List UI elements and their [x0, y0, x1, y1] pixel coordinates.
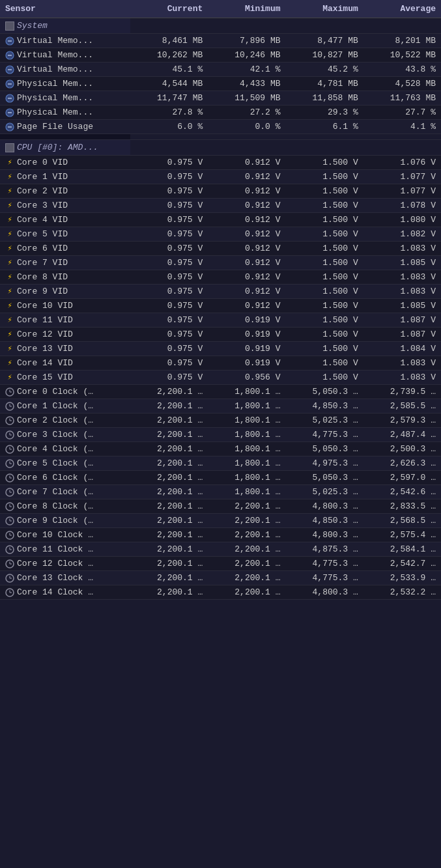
current-value: 2,200.1 …	[130, 385, 208, 399]
minimum-value: 0.912 V	[208, 270, 285, 285]
current-value: 2,200.1 …	[130, 542, 208, 557]
minimum-value: 1,800.1 …	[208, 399, 285, 413]
current-value: 0.975 V	[130, 356, 208, 371]
maximum-value: 11,858 MB	[286, 91, 363, 105]
sensor-name: Core 1 Clock (…	[17, 401, 93, 411]
sensor-cell: Virtual Memo...	[0, 48, 130, 63]
sensor-cell: ⚡ Core 2 VID	[0, 184, 130, 199]
clock-icon	[5, 545, 14, 554]
maximum-value: 5,050.3 …	[286, 442, 363, 456]
sensor-name: Core 6 VID	[17, 244, 68, 253]
average-value: 2,542.7 …	[363, 557, 441, 571]
maximum-value: 6.1 %	[286, 120, 363, 134]
table-row: Physical Mem... 11,747 MB 11,509 MB 11,8…	[0, 91, 441, 105]
average-value: 1.082 V	[363, 227, 441, 242]
current-value: 0.975 V	[130, 170, 208, 184]
clock-icon	[5, 559, 14, 568]
table-row: Core 1 Clock (… 2,200.1 … 1,800.1 … 4,85…	[0, 399, 441, 413]
table-row: ⚡ Core 10 VID 0.975 V 0.912 V 1.500 V 1.…	[0, 299, 441, 313]
current-value: 0.975 V	[130, 156, 208, 170]
minus-circle-icon	[5, 94, 14, 103]
average-value: 1.078 V	[363, 199, 441, 213]
bolt-icon: ⚡	[5, 215, 14, 225]
clock-icon	[5, 588, 14, 597]
minimum-value: 0.0 %	[208, 120, 285, 134]
current-value: 8,461 MB	[130, 34, 208, 48]
average-value: 1.084 V	[363, 342, 441, 356]
sensor-name: Core 3 Clock (…	[17, 430, 93, 440]
table-row: ⚡ Core 7 VID 0.975 V 0.912 V 1.500 V 1.0…	[0, 256, 441, 270]
clock-icon	[5, 574, 14, 583]
maximum-value: 4,775.3 …	[286, 428, 363, 442]
average-value: 2,500.3 …	[363, 442, 441, 456]
current-value: 2,200.1 …	[130, 485, 208, 499]
sensor-name: Core 9 VID	[17, 287, 68, 296]
table-row: Core 5 Clock (… 2,200.1 … 1,800.1 … 4,97…	[0, 456, 441, 471]
minimum-value: 2,200.1 …	[208, 542, 285, 557]
sensor-name: Core 5 VID	[17, 229, 68, 239]
current-value: 0.975 V	[130, 270, 208, 285]
sensor-cell: Core 13 Clock …	[0, 571, 130, 585]
sensor-cell: ⚡ Core 7 VID	[0, 256, 130, 270]
current-value: 0.975 V	[130, 199, 208, 213]
sensor-cell: Core 1 Clock (…	[0, 399, 130, 413]
table-row: ⚡ Core 11 VID 0.975 V 0.919 V 1.500 V 1.…	[0, 313, 441, 328]
sensor-cell: Core 6 Clock (…	[0, 471, 130, 485]
maximum-value: 1.500 V	[286, 213, 363, 227]
current-value: 0.975 V	[130, 184, 208, 199]
current-value: 2,200.1 …	[130, 413, 208, 428]
current-value: 0.975 V	[130, 371, 208, 385]
table-row: Core 3 Clock (… 2,200.1 … 1,800.1 … 4,77…	[0, 428, 441, 442]
bolt-icon: ⚡	[5, 201, 14, 210]
average-value: 1.080 V	[363, 213, 441, 227]
current-value: 2,200.1 …	[130, 471, 208, 485]
sensor-cell: Core 12 Clock …	[0, 557, 130, 571]
sensor-name: Core 4 Clock (…	[17, 444, 93, 454]
minimum-value: 0.912 V	[208, 285, 285, 299]
average-value: 8,201 MB	[363, 34, 441, 48]
maximum-value: 4,850.3 …	[286, 514, 363, 528]
current-value: 10,262 MB	[130, 48, 208, 63]
current-value: 2,200.1 …	[130, 399, 208, 413]
bolt-icon: ⚡	[5, 315, 14, 325]
minimum-value: 1,800.1 …	[208, 442, 285, 456]
maximum-value: 5,025.3 …	[286, 485, 363, 499]
maximum-value: 1.500 V	[286, 285, 363, 299]
table-row: ⚡ Core 0 VID 0.975 V 0.912 V 1.500 V 1.0…	[0, 156, 441, 170]
table-row: Core 13 Clock … 2,200.1 … 2,200.1 … 4,77…	[0, 571, 441, 585]
average-value: 2,487.4 …	[363, 428, 441, 442]
average-value: 2,568.5 …	[363, 514, 441, 528]
minimum-value: 7,896 MB	[208, 34, 285, 48]
minimum-value: 1,800.1 …	[208, 428, 285, 442]
bolt-icon: ⚡	[5, 344, 14, 354]
average-value: 1.083 V	[363, 356, 441, 371]
minimum-value: 1,800.1 …	[208, 385, 285, 399]
average-value: 1.083 V	[363, 371, 441, 385]
maximum-value: 4,781 MB	[286, 77, 363, 91]
minus-circle-icon	[5, 51, 14, 60]
minus-circle-icon	[5, 36, 14, 46]
maximum-value: 29.3 %	[286, 105, 363, 120]
sensor-name: Core 14 VID	[17, 358, 73, 368]
average-value: 2,579.3 …	[363, 413, 441, 428]
average-value: 2,584.1 …	[363, 542, 441, 557]
table-row: ⚡ Core 9 VID 0.975 V 0.912 V 1.500 V 1.0…	[0, 285, 441, 299]
sensor-name: Core 4 VID	[17, 215, 68, 225]
group-icon	[5, 21, 14, 31]
sensor-cell: Physical Mem...	[0, 77, 130, 91]
maximum-value: 1.500 V	[286, 313, 363, 328]
minimum-value: 1,800.1 …	[208, 471, 285, 485]
minimum-value: 42.1 %	[208, 63, 285, 77]
table-row: ⚡ Core 5 VID 0.975 V 0.912 V 1.500 V 1.0…	[0, 227, 441, 242]
maximum-value: 1.500 V	[286, 356, 363, 371]
sensor-cell: Core 9 Clock (…	[0, 514, 130, 528]
average-value: 1.076 V	[363, 156, 441, 170]
clock-icon	[5, 531, 14, 540]
clock-icon	[5, 387, 14, 397]
average-value: 1.077 V	[363, 170, 441, 184]
bolt-icon: ⚡	[5, 186, 14, 196]
table-row: Core 10 Clock … 2,200.1 … 2,200.1 … 4,80…	[0, 528, 441, 542]
average-value: 4.1 %	[363, 120, 441, 134]
minimum-value: 27.2 %	[208, 105, 285, 120]
minimum-value: 1,800.1 …	[208, 456, 285, 471]
